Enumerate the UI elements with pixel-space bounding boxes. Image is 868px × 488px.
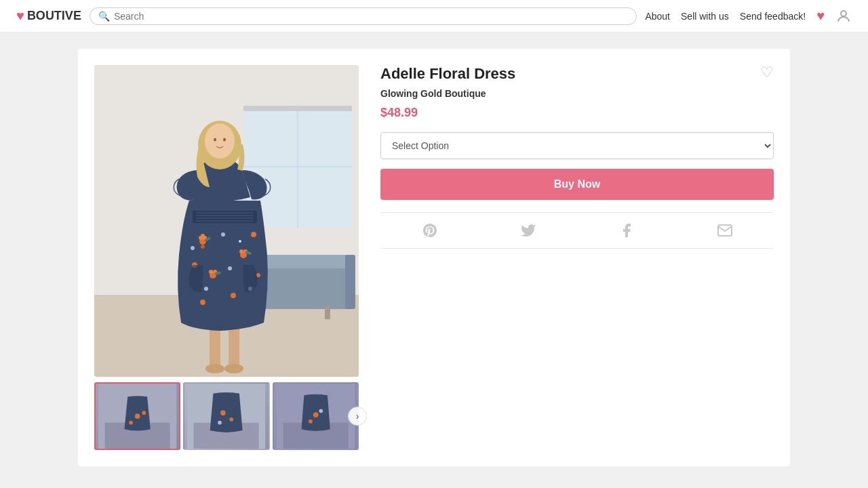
site-logo[interactable]: ♥ BOUTIVE xyxy=(16,8,81,24)
share-twitter-button[interactable] xyxy=(520,222,536,239)
svg-point-48 xyxy=(205,123,235,159)
buy-now-button[interactable]: Buy Now xyxy=(380,169,774,200)
search-bar: 🔍 xyxy=(90,7,637,25)
thumbnail-2[interactable] xyxy=(183,382,269,450)
nav-link-sell[interactable]: Sell with us xyxy=(681,11,729,22)
search-icon: 🔍 xyxy=(98,11,110,22)
svg-point-36 xyxy=(200,300,205,305)
svg-point-58 xyxy=(220,410,226,415)
svg-point-60 xyxy=(218,421,222,425)
nav-wishlist-button[interactable]: ♥ xyxy=(816,8,825,24)
page-container: › Adelle Floral Dress ♡ Glowing Gold Bou… xyxy=(78,49,790,466)
svg-point-33 xyxy=(251,232,256,237)
svg-point-39 xyxy=(191,246,195,250)
product-info: Adelle Floral Dress ♡ Glowing Gold Bouti… xyxy=(380,65,774,450)
svg-point-28 xyxy=(239,249,243,253)
product-price: $48.99 xyxy=(380,106,774,120)
svg-point-31 xyxy=(209,270,213,274)
svg-point-35 xyxy=(231,293,236,298)
share-email-button[interactable] xyxy=(717,222,733,239)
svg-point-55 xyxy=(142,411,146,415)
svg-point-43 xyxy=(239,240,241,243)
product-images: › xyxy=(94,65,359,450)
share-pinterest-button[interactable] xyxy=(422,222,438,239)
svg-point-26 xyxy=(201,245,205,249)
svg-point-65 xyxy=(319,409,323,413)
svg-rect-11 xyxy=(345,255,355,309)
svg-point-63 xyxy=(313,412,318,418)
wishlist-button[interactable]: ♡ xyxy=(760,65,774,80)
svg-point-0 xyxy=(841,11,846,16)
main-product-image[interactable] xyxy=(94,65,359,377)
svg-point-50 xyxy=(223,138,226,142)
product-title: Adelle Floral Dress xyxy=(380,65,515,83)
thumbnails-next-button[interactable]: › xyxy=(348,407,367,426)
svg-point-49 xyxy=(214,138,216,142)
share-facebook-button[interactable] xyxy=(618,222,635,239)
navigation: ♥ BOUTIVE 🔍 About Sell with us Send feed… xyxy=(0,0,868,33)
nav-links: About Sell with us Send feedback! ♥ xyxy=(645,8,852,24)
product-title-row: Adelle Floral Dress ♡ xyxy=(380,65,774,83)
product-thumbnails: › xyxy=(94,382,359,450)
svg-point-41 xyxy=(204,287,208,291)
svg-point-40 xyxy=(228,266,232,270)
svg-point-59 xyxy=(230,418,234,422)
svg-point-16 xyxy=(224,364,243,373)
search-input[interactable] xyxy=(114,11,629,22)
share-buttons xyxy=(380,212,774,249)
svg-point-54 xyxy=(129,421,133,425)
nav-link-about[interactable]: About xyxy=(645,11,670,22)
svg-point-15 xyxy=(205,364,224,373)
thumbnail-3[interactable] xyxy=(273,382,359,450)
svg-point-64 xyxy=(309,420,313,424)
logo-text: BOUTIVE xyxy=(27,9,81,23)
nav-user-button[interactable] xyxy=(835,8,852,24)
svg-point-25 xyxy=(201,234,205,238)
product-layout: › Adelle Floral Dress ♡ Glowing Gold Bou… xyxy=(94,65,774,450)
svg-rect-5 xyxy=(243,106,352,111)
boutique-name: Glowing Gold Boutique xyxy=(380,88,774,99)
logo-heart-icon: ♥ xyxy=(16,8,24,24)
dress-illustration xyxy=(94,65,359,377)
svg-rect-12 xyxy=(325,306,330,319)
nav-link-feedback[interactable]: Send feedback! xyxy=(740,11,806,22)
svg-point-38 xyxy=(221,232,225,237)
size-select[interactable]: Select Option XS S M L XL xyxy=(380,132,774,159)
thumbnail-1[interactable] xyxy=(94,382,180,450)
svg-point-53 xyxy=(135,413,140,419)
